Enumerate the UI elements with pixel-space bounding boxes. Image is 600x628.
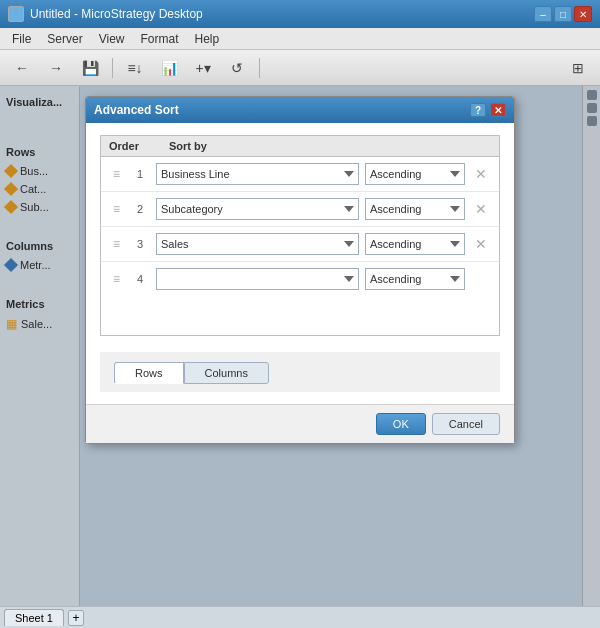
sheet-tab-1[interactable]: Sheet 1 bbox=[4, 609, 64, 626]
delete-row-1[interactable]: ✕ bbox=[471, 166, 491, 182]
row-number-2: 2 bbox=[130, 203, 150, 215]
sortby-dropdown-1[interactable]: Business Line Subcategory Sales bbox=[156, 163, 359, 185]
delete-row-2[interactable]: ✕ bbox=[471, 201, 491, 217]
order-dropdown-2[interactable]: Ascending Descending bbox=[365, 198, 465, 220]
menu-server[interactable]: Server bbox=[39, 30, 90, 48]
dialog-help-button[interactable]: ? bbox=[470, 103, 486, 117]
advanced-sort-dialog: Advanced Sort ? ✕ Order Sort by ≡ bbox=[85, 96, 515, 444]
window-title: Untitled - MicroStrategy Desktop bbox=[30, 7, 534, 21]
sort-row-1: ≡ 1 Business Line Subcategory Sales Asce… bbox=[101, 157, 499, 192]
layout-button[interactable]: ⊞ bbox=[564, 54, 592, 82]
drag-handle-1[interactable]: ≡ bbox=[109, 165, 124, 183]
order-dropdown-3[interactable]: Ascending Descending bbox=[365, 233, 465, 255]
ok-button[interactable]: OK bbox=[376, 413, 426, 435]
refresh-button[interactable]: ↺ bbox=[223, 54, 251, 82]
sortby-dropdown-2[interactable]: Business Line Subcategory Sales bbox=[156, 198, 359, 220]
sort-table-header: Order Sort by bbox=[100, 135, 500, 156]
dialog-overlay: Advanced Sort ? ✕ Order Sort by ≡ bbox=[0, 86, 600, 628]
minimize-button[interactable]: – bbox=[534, 6, 552, 22]
dialog-title-controls: ? ✕ bbox=[470, 103, 506, 117]
maximize-button[interactable]: □ bbox=[554, 6, 572, 22]
save-button[interactable]: 💾 bbox=[76, 54, 104, 82]
menu-bar: File Server View Format Help bbox=[0, 28, 600, 50]
drag-handle-3[interactable]: ≡ bbox=[109, 235, 124, 253]
sortby-dropdown-3[interactable]: Business Line Subcategory Sales bbox=[156, 233, 359, 255]
toolbar-sep-1 bbox=[112, 58, 113, 78]
order-dropdown-4[interactable]: Ascending Descending bbox=[365, 268, 465, 290]
add-button[interactable]: +▾ bbox=[189, 54, 217, 82]
tab-rows[interactable]: Rows bbox=[114, 362, 184, 384]
sort-rows-area: ≡ 1 Business Line Subcategory Sales Asce… bbox=[100, 156, 500, 336]
forward-button[interactable]: → bbox=[42, 54, 70, 82]
menu-file[interactable]: File bbox=[4, 30, 39, 48]
dialog-body: Order Sort by ≡ 1 Business Line Subcateg… bbox=[86, 123, 514, 404]
back-button[interactable]: ← bbox=[8, 54, 36, 82]
main-area: Visualiza... Rows Bus... Cat... Sub... C… bbox=[0, 86, 600, 628]
tab-columns[interactable]: Columns bbox=[184, 362, 269, 384]
column-header-sortby: Sort by bbox=[169, 140, 491, 152]
row-number-4: 4 bbox=[130, 273, 150, 285]
row-number-3: 3 bbox=[130, 238, 150, 250]
order-dropdown-1[interactable]: Ascending Descending bbox=[365, 163, 465, 185]
add-sheet-button[interactable]: + bbox=[68, 610, 84, 626]
cancel-button[interactable]: Cancel bbox=[432, 413, 500, 435]
drag-handle-2[interactable]: ≡ bbox=[109, 200, 124, 218]
sort-row-2: ≡ 2 Business Line Subcategory Sales Asce… bbox=[101, 192, 499, 227]
close-button[interactable]: ✕ bbox=[574, 6, 592, 22]
dialog-footer: OK Cancel bbox=[86, 404, 514, 443]
dialog-title: Advanced Sort bbox=[94, 103, 470, 117]
chart-button[interactable]: 📊 bbox=[155, 54, 183, 82]
sort-row-3: ≡ 3 Business Line Subcategory Sales Asce… bbox=[101, 227, 499, 262]
sheet-bar: Sheet 1 + bbox=[0, 606, 600, 628]
dialog-title-bar: Advanced Sort ? ✕ bbox=[86, 97, 514, 123]
column-header-order: Order bbox=[109, 140, 169, 152]
drag-handle-4[interactable]: ≡ bbox=[109, 270, 124, 288]
delete-row-3[interactable]: ✕ bbox=[471, 236, 491, 252]
window-controls: – □ ✕ bbox=[534, 6, 592, 22]
menu-format[interactable]: Format bbox=[132, 30, 186, 48]
menu-help[interactable]: Help bbox=[187, 30, 228, 48]
toolbar-sep-2 bbox=[259, 58, 260, 78]
dialog-close-button[interactable]: ✕ bbox=[490, 103, 506, 117]
title-bar: Untitled - MicroStrategy Desktop – □ ✕ bbox=[0, 0, 600, 28]
sort-row-4: ≡ 4 Business Line Subcategory Sales Asce… bbox=[101, 262, 499, 296]
menu-view[interactable]: View bbox=[91, 30, 133, 48]
app-icon bbox=[8, 6, 24, 22]
toolbar: ← → 💾 ≡↓ 📊 +▾ ↺ ⊞ bbox=[0, 50, 600, 86]
body-spacer bbox=[100, 336, 500, 352]
row-number-1: 1 bbox=[130, 168, 150, 180]
bottom-tabs: Rows Columns bbox=[100, 352, 500, 392]
sortby-dropdown-4[interactable]: Business Line Subcategory Sales bbox=[156, 268, 359, 290]
data-button[interactable]: ≡↓ bbox=[121, 54, 149, 82]
